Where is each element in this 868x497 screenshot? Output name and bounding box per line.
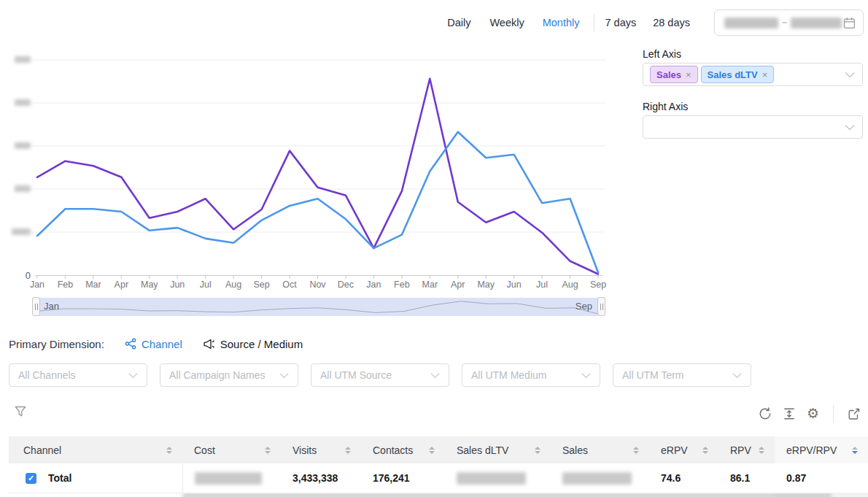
dimension-option-source-medium[interactable]: Source / Medium (203, 338, 303, 350)
x-axis-label: Sep (590, 280, 606, 290)
sort-icon[interactable] (633, 447, 639, 454)
dimension-source-medium-label: Source / Medium (220, 338, 303, 350)
primary-dimension-row: Primary Dimension: Channel Source / Medi… (9, 336, 303, 352)
filter-all-utm-term[interactable]: All UTM Term (613, 363, 751, 387)
column-header-sales-dltv[interactable]: Sales dLTV (445, 436, 551, 463)
visits-value: 3,433,338 (292, 472, 338, 484)
x-axis-label: Jun (170, 280, 185, 290)
column-label: RPV (730, 444, 751, 456)
tab-monthly[interactable]: Monthly (543, 17, 580, 28)
total-sales-cell (551, 463, 649, 493)
total-erpv-cell: 74.6 (649, 463, 718, 493)
sort-icon[interactable] (535, 447, 540, 454)
remove-tag-icon[interactable]: × (762, 69, 768, 80)
total-sales-dltv-cell (445, 463, 551, 493)
column-label: Sales dLTV (457, 444, 508, 456)
tag-sales-dltv-label: Sales dLTV (708, 69, 758, 80)
megaphone-icon (203, 338, 215, 350)
chevron-down-icon (581, 372, 591, 379)
total-contacts-cell: 176,241 (361, 463, 445, 493)
dimension-channel-label: Channel (142, 338, 182, 350)
slider-right-handle[interactable] (597, 297, 605, 316)
filters-row: All Channels All Campaign Names All UTM … (9, 363, 751, 387)
sort-icon[interactable] (429, 447, 435, 454)
redacted-sales-value (562, 472, 632, 485)
calendar-icon (843, 17, 856, 29)
range-7-days[interactable]: 7 days (605, 17, 636, 28)
left-axis-select[interactable]: Sales × Sales dLTV × (643, 63, 863, 86)
chevron-down-icon (128, 372, 138, 379)
column-header-cost[interactable]: Cost (182, 436, 281, 463)
filter-all-utm-medium[interactable]: All UTM Medium (462, 363, 600, 387)
x-axis-label: May (141, 280, 158, 290)
total-cost-cell (182, 463, 281, 493)
y-axis-zero-label: 0 (18, 270, 31, 281)
redacted-y-tick-label (15, 185, 31, 192)
divider (833, 405, 834, 423)
sort-icon-active[interactable] (852, 447, 858, 454)
chevron-down-icon (279, 372, 289, 379)
filter-all-channels[interactable]: All Channels (9, 363, 147, 387)
chevron-down-icon (732, 372, 742, 379)
series-line-sales-dltv (37, 132, 598, 272)
refresh-icon[interactable] (759, 407, 772, 420)
redacted-row-content (182, 493, 832, 497)
column-header-channel[interactable]: Channel (9, 436, 182, 463)
filter-all-utm-source[interactable]: All UTM Source (311, 363, 449, 387)
series-line-sales (37, 79, 598, 274)
filter-icon[interactable] (14, 405, 27, 421)
analytics-dashboard: Daily Weekly Monthly 7 days 28 days JanF… (0, 0, 868, 497)
filter-all-campaign-names[interactable]: All Campaign Names (160, 363, 298, 387)
column-header-erpv[interactable]: eRPV (649, 436, 718, 463)
line-chart: JanFebMarAprMayJunJulAugSepOctNovDecJanF… (0, 42, 616, 296)
column-label: Visits (292, 444, 317, 456)
column-header-contacts[interactable]: Contacts (361, 436, 445, 463)
x-axis-label: Dec (338, 280, 354, 290)
settings-gear-icon[interactable]: ⚙ (807, 407, 819, 420)
tab-daily[interactable]: Daily (447, 17, 470, 28)
export-icon[interactable] (848, 407, 861, 420)
x-axis-label: Jan (30, 280, 44, 290)
redacted-cost-value (195, 472, 262, 485)
column-header-rpv[interactable]: RPV (718, 436, 775, 463)
total-visits-cell: 3,433,338 (281, 463, 361, 493)
sort-icon[interactable] (265, 447, 271, 454)
column-header-visits[interactable]: Visits (281, 436, 361, 463)
redacted-sales-dltv-value (457, 472, 526, 485)
tag-sales-dltv: Sales dLTV × (701, 66, 775, 83)
sort-icon[interactable] (759, 447, 764, 454)
x-axis-label: Sep (253, 280, 269, 290)
dimension-option-channel[interactable]: Channel (125, 338, 182, 350)
redacted-y-tick-label (15, 56, 31, 63)
total-rpv-cell: 86.1 (718, 463, 775, 493)
row-checkbox-checked[interactable]: ✓ (26, 473, 36, 484)
slider-wave-line (35, 301, 602, 315)
column-header-erpv-rpv[interactable]: eRPV/RPV (775, 436, 868, 463)
column-label: Channel (23, 444, 61, 456)
remove-tag-icon[interactable]: × (686, 69, 691, 80)
slider-mini-chart (35, 298, 602, 316)
row-height-icon[interactable] (783, 407, 796, 420)
sort-icon[interactable] (702, 447, 708, 454)
tab-weekly[interactable]: Weekly (489, 17, 524, 28)
column-header-sales[interactable]: Sales (551, 436, 649, 463)
total-erpv-rpv-cell: 0.87 (775, 463, 868, 493)
share-network-icon (125, 338, 136, 350)
sort-icon[interactable] (345, 447, 351, 454)
filter-placeholder: All UTM Term (622, 369, 684, 381)
table-row-total[interactable]: ✓ Total 3,433,338 176,241 74.6 86.1 (9, 463, 868, 493)
data-table: Channel Cost Visits Contacts Sales dLTV … (9, 436, 868, 497)
redacted-start-date (724, 18, 778, 28)
x-axis-label: Jun (507, 280, 522, 290)
date-range-picker[interactable] (714, 9, 864, 36)
column-label: Sales (562, 444, 588, 456)
right-axis-select[interactable] (643, 115, 863, 139)
right-axis-label: Right Axis (643, 101, 688, 112)
filter-placeholder: All UTM Medium (471, 369, 546, 381)
x-axis-label: Feb (58, 280, 74, 290)
range-28-days[interactable]: 28 days (653, 17, 690, 28)
table-row-partial-redacted[interactable] (9, 493, 868, 497)
slider-left-handle[interactable] (32, 297, 40, 316)
tag-sales: Sales × (650, 66, 698, 83)
sort-icon[interactable] (166, 447, 172, 454)
